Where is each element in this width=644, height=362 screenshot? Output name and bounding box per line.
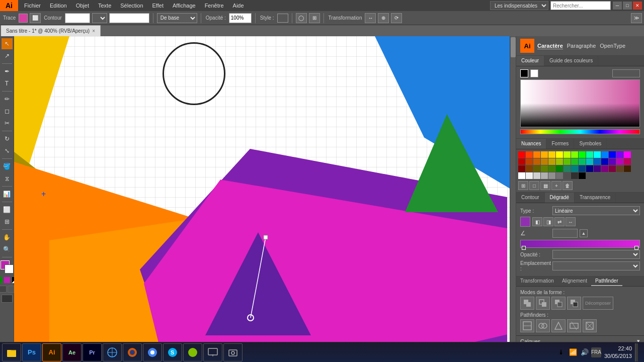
pf-4[interactable] [567, 319, 581, 332]
color-swatch[interactable] [19, 14, 28, 23]
pf-mode-2[interactable] [536, 297, 550, 310]
nuance-cell[interactable] [548, 165, 555, 172]
taskbar-vuze[interactable] [183, 343, 202, 361]
tab-transformation[interactable]: Transformation [516, 277, 558, 286]
gradient-btn2[interactable]: ◨ [543, 217, 553, 226]
v-scrollbar-thumb[interactable] [511, 37, 516, 57]
taskbar-skype[interactable]: S [163, 343, 182, 361]
nuance-cell[interactable] [556, 172, 563, 179]
nuance-cell[interactable] [541, 165, 548, 172]
nuance-cell[interactable] [624, 151, 631, 158]
menu-objet[interactable]: Objet [72, 2, 93, 10]
tab-nuances[interactable]: Nuances [516, 139, 546, 149]
nuance-cell[interactable] [541, 158, 548, 165]
calques-row[interactable]: Calques ▾ [516, 336, 644, 342]
nuance-cell[interactable] [616, 158, 623, 165]
gradient-stop-color[interactable] [520, 217, 530, 227]
nuance-cell[interactable] [518, 151, 525, 158]
gradient-preview-bar[interactable] [520, 240, 640, 248]
nuance-cell[interactable] [556, 158, 563, 165]
transform-icon1[interactable]: ↔ [365, 13, 376, 23]
gradient-stop-right[interactable] [634, 246, 638, 250]
taskbar-illustrator[interactable]: Ai [42, 343, 61, 361]
nuance-cell[interactable] [609, 151, 616, 158]
gradient-btn4[interactable]: ↔ [566, 217, 576, 226]
nuance-cell[interactable] [518, 158, 525, 165]
tab-formes[interactable]: Formes [546, 139, 574, 149]
stroke-icon[interactable]: ⬜ [30, 13, 41, 23]
grid-icon[interactable]: ⊞ [309, 13, 320, 23]
paintbucket-tool[interactable]: 🪣 [2, 161, 13, 172]
nuance-cell[interactable] [556, 151, 563, 158]
nuance-cell[interactable] [526, 165, 533, 172]
taskbar-chrome[interactable] [143, 343, 162, 361]
panel-paragraphe[interactable]: Paragraphe [567, 43, 596, 49]
direct-select-tool[interactable]: ↗ [2, 50, 13, 61]
taskbar-extra2[interactable] [223, 343, 243, 361]
tray-icon-1[interactable]: 🌡 [556, 347, 567, 357]
pf-2[interactable] [536, 319, 550, 332]
nuances-btn5[interactable]: 🗑 [562, 181, 573, 190]
show-desktop-btn[interactable] [635, 343, 638, 361]
angle-btn[interactable]: ▲ [580, 229, 588, 237]
stroke-swatch[interactable] [5, 264, 14, 274]
taskbar-aftereffects[interactable]: Ae [62, 343, 82, 361]
angle-input[interactable]: 74.3° [552, 229, 578, 238]
nuance-cell[interactable] [533, 151, 540, 158]
tab-contour2[interactable]: Contour [516, 193, 545, 203]
nuance-cell[interactable] [518, 172, 525, 179]
nuance-cell[interactable] [541, 172, 548, 179]
nuance-cell[interactable] [548, 151, 555, 158]
nuance-cell[interactable] [571, 172, 578, 179]
search-input[interactable] [550, 1, 611, 10]
nuance-cell[interactable] [579, 158, 586, 165]
tab-degrade[interactable]: Dégradé [545, 193, 575, 203]
transform-icon2[interactable]: ⊕ [378, 13, 389, 23]
green-swatch[interactable] [0, 277, 3, 284]
nuances-btn4[interactable]: + [551, 181, 561, 190]
menu-selection[interactable]: Sélection [116, 2, 147, 10]
nuances-btn2[interactable]: □ [529, 181, 539, 190]
nuance-cell[interactable] [579, 151, 586, 158]
nuance-cell[interactable] [586, 151, 593, 158]
menu-affichage[interactable]: Affichage [169, 2, 200, 10]
close-button[interactable]: ✕ [633, 2, 642, 10]
taskbar-browser[interactable] [103, 343, 122, 361]
tab-alignement[interactable]: Alignement [558, 277, 591, 286]
taskbar-photoshop[interactable]: Ps [22, 343, 41, 361]
taskbar-firefox[interactable] [123, 343, 142, 361]
nuance-cell[interactable] [601, 158, 608, 165]
gradient-stop-left[interactable] [522, 246, 526, 250]
nuance-cell[interactable] [564, 165, 571, 172]
menu-edition[interactable]: Edition [46, 2, 71, 10]
hand-tool[interactable]: ✋ [2, 232, 13, 243]
transform-icon3[interactable]: ⟳ [391, 13, 402, 23]
nuance-cell[interactable] [556, 165, 563, 172]
menu-fichier[interactable]: Fichier [20, 2, 45, 10]
pf-mode-4[interactable] [567, 297, 581, 310]
menu-effet[interactable]: Effet [148, 2, 168, 10]
contour-input[interactable] [65, 13, 90, 23]
nuance-cell[interactable] [518, 165, 525, 172]
eraser-tool[interactable]: ◻ [2, 106, 13, 117]
tab-couleur[interactable]: Couleur [516, 56, 544, 66]
pf-1[interactable] [520, 319, 534, 332]
contour-select[interactable] [92, 13, 107, 23]
nuance-cell[interactable] [571, 151, 578, 158]
nuance-cell[interactable] [526, 158, 533, 165]
white-swatch-small[interactable] [530, 69, 538, 77]
blend-tool[interactable]: ⧖ [2, 173, 13, 184]
nuance-cell[interactable] [601, 151, 608, 158]
nuance-cell[interactable] [533, 172, 540, 179]
nuance-cell[interactable] [624, 158, 631, 165]
emplacement-select[interactable] [552, 261, 640, 270]
taskbar-premiere[interactable]: Pr [83, 343, 102, 361]
nuance-cell[interactable] [571, 165, 578, 172]
maximize-button[interactable]: □ [623, 2, 632, 10]
opacite-select[interactable] [552, 250, 640, 259]
artboard-tool[interactable]: ⬜ [2, 204, 13, 215]
canvas-container[interactable]: + [14, 36, 516, 342]
mode-btn[interactable] [2, 295, 13, 303]
type-select[interactable]: Linéaire [552, 206, 640, 215]
taskbar-explorer[interactable] [2, 343, 21, 361]
